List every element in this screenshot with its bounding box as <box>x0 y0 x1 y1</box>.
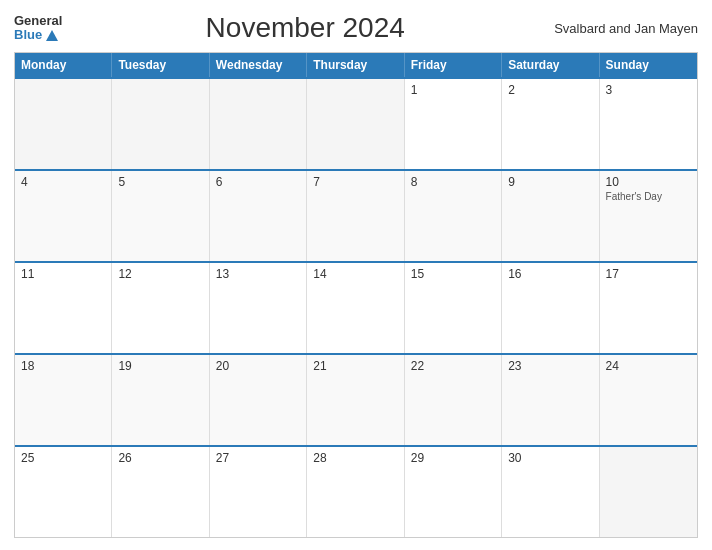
day-cell-0-2 <box>210 79 307 169</box>
day-number-21: 21 <box>313 359 326 373</box>
day-number-25: 25 <box>21 451 34 465</box>
region-label: Svalbard and Jan Mayen <box>548 21 698 36</box>
day-number-17: 17 <box>606 267 619 281</box>
day-cell-1-5: 9 <box>502 171 599 261</box>
day-cell-4-4: 29 <box>405 447 502 537</box>
day-header-monday: Monday <box>15 53 112 77</box>
day-number-1: 1 <box>411 83 418 97</box>
day-header-saturday: Saturday <box>502 53 599 77</box>
day-cell-1-2: 6 <box>210 171 307 261</box>
day-number-8: 8 <box>411 175 418 189</box>
day-header-sunday: Sunday <box>600 53 697 77</box>
day-cell-2-3: 14 <box>307 263 404 353</box>
day-cell-4-3: 28 <box>307 447 404 537</box>
day-number-6: 6 <box>216 175 223 189</box>
day-cell-4-0: 25 <box>15 447 112 537</box>
day-cell-2-1: 12 <box>112 263 209 353</box>
day-header-wednesday: Wednesday <box>210 53 307 77</box>
day-header-tuesday: Tuesday <box>112 53 209 77</box>
header: General Blue November 2024 Svalbard and … <box>14 12 698 44</box>
day-cell-0-0 <box>15 79 112 169</box>
logo-blue-text: Blue <box>14 28 42 42</box>
logo-general-text: General <box>14 14 62 28</box>
week-row-4: 18192021222324 <box>15 353 697 445</box>
day-cell-3-6: 24 <box>600 355 697 445</box>
day-header-thursday: Thursday <box>307 53 404 77</box>
day-number-23: 23 <box>508 359 521 373</box>
day-number-2: 2 <box>508 83 515 97</box>
day-cell-4-5: 30 <box>502 447 599 537</box>
day-number-29: 29 <box>411 451 424 465</box>
day-number-26: 26 <box>118 451 131 465</box>
day-cell-1-1: 5 <box>112 171 209 261</box>
day-cell-1-4: 8 <box>405 171 502 261</box>
day-cell-0-6: 3 <box>600 79 697 169</box>
day-number-20: 20 <box>216 359 229 373</box>
day-cell-2-6: 17 <box>600 263 697 353</box>
day-cell-4-1: 26 <box>112 447 209 537</box>
day-header-friday: Friday <box>405 53 502 77</box>
day-cell-3-2: 20 <box>210 355 307 445</box>
logo: General Blue <box>14 14 62 43</box>
day-number-30: 30 <box>508 451 521 465</box>
day-cell-1-6: 10Father's Day <box>600 171 697 261</box>
day-cell-4-2: 27 <box>210 447 307 537</box>
day-cell-0-4: 1 <box>405 79 502 169</box>
day-cell-2-0: 11 <box>15 263 112 353</box>
calendar-page: General Blue November 2024 Svalbard and … <box>0 0 712 550</box>
day-number-19: 19 <box>118 359 131 373</box>
day-number-18: 18 <box>21 359 34 373</box>
day-cell-3-0: 18 <box>15 355 112 445</box>
day-cell-3-4: 22 <box>405 355 502 445</box>
day-number-12: 12 <box>118 267 131 281</box>
week-row-1: 123 <box>15 77 697 169</box>
day-cell-0-1 <box>112 79 209 169</box>
day-cell-3-3: 21 <box>307 355 404 445</box>
day-cell-2-5: 16 <box>502 263 599 353</box>
day-number-4: 4 <box>21 175 28 189</box>
day-number-5: 5 <box>118 175 125 189</box>
day-number-27: 27 <box>216 451 229 465</box>
week-row-3: 11121314151617 <box>15 261 697 353</box>
day-cell-0-5: 2 <box>502 79 599 169</box>
week-row-2: 45678910Father's Day <box>15 169 697 261</box>
day-cell-1-0: 4 <box>15 171 112 261</box>
day-cell-4-6 <box>600 447 697 537</box>
day-cell-3-5: 23 <box>502 355 599 445</box>
day-number-15: 15 <box>411 267 424 281</box>
day-number-9: 9 <box>508 175 515 189</box>
day-cell-3-1: 19 <box>112 355 209 445</box>
week-row-5: 252627282930 <box>15 445 697 537</box>
day-cell-2-2: 13 <box>210 263 307 353</box>
day-number-13: 13 <box>216 267 229 281</box>
calendar-grid: Monday Tuesday Wednesday Thursday Friday… <box>14 52 698 538</box>
day-headers-row: Monday Tuesday Wednesday Thursday Friday… <box>15 53 697 77</box>
day-number-16: 16 <box>508 267 521 281</box>
day-number-28: 28 <box>313 451 326 465</box>
day-number-7: 7 <box>313 175 320 189</box>
day-number-11: 11 <box>21 267 34 281</box>
calendar-title: November 2024 <box>62 12 548 44</box>
day-number-10: 10 <box>606 175 619 189</box>
day-cell-2-4: 15 <box>405 263 502 353</box>
day-number-24: 24 <box>606 359 619 373</box>
day-cell-0-3 <box>307 79 404 169</box>
day-number-3: 3 <box>606 83 613 97</box>
logo-triangle-icon <box>46 30 58 41</box>
day-cell-1-3: 7 <box>307 171 404 261</box>
weeks-container: 12345678910Father's Day11121314151617181… <box>15 77 697 537</box>
day-number-14: 14 <box>313 267 326 281</box>
day-number-22: 22 <box>411 359 424 373</box>
event-label-10: Father's Day <box>606 191 691 202</box>
